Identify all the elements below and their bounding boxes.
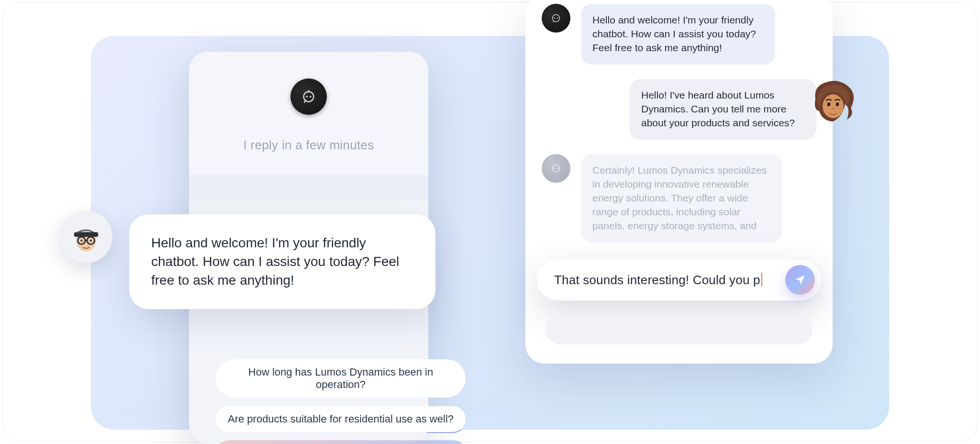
- svg-point-21: [836, 102, 839, 106]
- chat-widget-right: Hello and welcome! I'm your friendly cha…: [525, 0, 833, 364]
- suggestion-list: How long has Lumos Dynamics been in oper…: [215, 359, 466, 444]
- svg-point-22: [832, 108, 835, 110]
- svg-point-13: [553, 15, 560, 22]
- svg-point-20: [827, 102, 830, 106]
- reply-hint: I reply in a few minutes: [189, 138, 428, 153]
- avatar: [807, 77, 859, 129]
- suggestion-pill[interactable]: Are products suitable for residential us…: [215, 406, 466, 433]
- svg-point-15: [557, 18, 558, 19]
- suggestion-pill[interactable]: How long has Lumos Dynamics been in oper…: [215, 359, 466, 398]
- message-input-bar: That sounds interesting! Could you p: [537, 259, 821, 300]
- svg-point-14: [554, 18, 555, 19]
- svg-point-18: [557, 168, 558, 169]
- welcome-bubble: Hello and welcome! I'm your friendly cha…: [129, 214, 435, 309]
- message-row: Hello and welcome! I'm your friendly cha…: [542, 4, 816, 65]
- message-row: Hello! I've heard about Lumos Dynamics. …: [542, 79, 816, 140]
- message-input[interactable]: That sounds interesting! Could you p: [554, 273, 785, 288]
- chatbot-icon: [542, 4, 570, 33]
- send-button[interactable]: [785, 265, 815, 295]
- svg-point-11: [80, 240, 82, 242]
- suggestion-pill[interactable]: Can you provide any information on the p…: [215, 440, 466, 444]
- suggestion-text: Are products suitable for residential us…: [228, 413, 454, 425]
- svg-point-17: [554, 168, 555, 169]
- svg-point-0: [304, 92, 314, 102]
- svg-point-2: [310, 96, 312, 98]
- avatar: [60, 211, 112, 263]
- chatbot-icon: [290, 78, 327, 115]
- message-row: Certainly! Lumos Dynamics specializes in…: [542, 154, 816, 243]
- chatbot-icon: [542, 154, 570, 183]
- chat-header: I reply in a few minutes: [189, 52, 428, 175]
- bot-message: Certainly! Lumos Dynamics specializes in…: [581, 154, 782, 243]
- placeholder-bar: [546, 315, 813, 344]
- suggestion-text: How long has Lumos Dynamics been in oper…: [248, 366, 433, 390]
- svg-point-12: [90, 240, 92, 242]
- svg-point-16: [553, 165, 560, 172]
- svg-point-1: [306, 96, 308, 98]
- bot-message: Hello and welcome! I'm your friendly cha…: [581, 4, 775, 65]
- user-message: Hello! I've heard about Lumos Dynamics. …: [630, 79, 816, 140]
